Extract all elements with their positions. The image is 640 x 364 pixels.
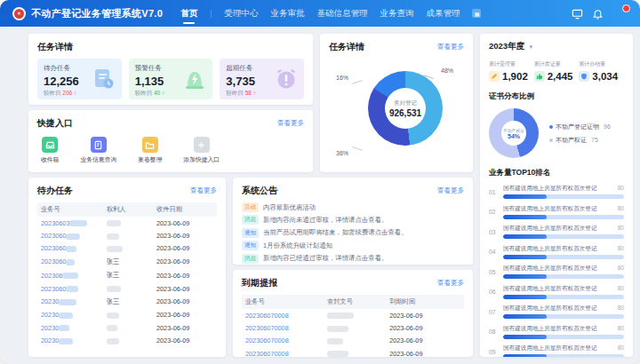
quick-entry-item-1[interactable]: 收件箱	[41, 137, 59, 164]
table-row[interactable]: 202306032023-06-09	[37, 217, 217, 229]
monitor-icon[interactable]	[572, 8, 583, 20]
table-row[interactable]: 202306张三2023-06-09	[37, 269, 217, 282]
slice-pct-label: 48%	[441, 67, 453, 74]
table-row[interactable]: 2023060700082023-06-09	[242, 347, 464, 357]
redacted-blob	[107, 286, 121, 292]
rank-row-6[interactable]: 06国有建设用地上房屋所有权首次登记80	[489, 285, 624, 299]
redacted-blob	[107, 246, 123, 252]
rank-row-3[interactable]: 03国有建设用地上房屋所有权首次登记80	[489, 225, 624, 239]
rank-row-9[interactable]: 09国有建设用地上房屋所有权首次登记80	[489, 344, 624, 357]
year-stat-2: 累计发证量2,445	[534, 60, 580, 82]
table-row[interactable]: 202302023-06-09	[37, 334, 217, 346]
todo-table-more-link[interactable]: 查看更多	[190, 186, 217, 195]
cert-ratio-title: 证书分布比例	[489, 91, 624, 102]
nav-item-2[interactable]: 受理中心	[224, 0, 258, 28]
date-cell: 2023-06-09	[389, 312, 460, 320]
announcement-text: 新增内容尚未通过审核，详情请点击查看。	[263, 216, 388, 225]
announcement-text: 内容最新优惠活动	[263, 203, 316, 212]
rank-row-2[interactable]: 02国有建设用地上房屋所有权首次登记80	[489, 205, 624, 219]
table-row[interactable]: 20230张三2023-06-09	[37, 295, 217, 308]
rank-row-8[interactable]: 08国有建设用地上房屋所有权首次登记80	[489, 325, 624, 339]
business-no-cell[interactable]: 202306070008	[245, 312, 327, 320]
due-table-more-link[interactable]: 查看更多	[437, 279, 464, 288]
year-selector[interactable]: 2023年度 ▼	[489, 41, 624, 52]
nav-item-4[interactable]: 基础信息管理	[316, 0, 367, 28]
nav-item-3[interactable]: 业务审批	[270, 0, 304, 28]
announcement-item-3[interactable]: 通知当前产品试用期即将结束，如需续费请点击查看。	[242, 228, 464, 238]
quick-entry-item-2[interactable]: 业务信息查询	[80, 137, 116, 164]
date-cell: 2023-06-09	[156, 336, 213, 344]
nav-item-1[interactable]: 首页	[180, 0, 197, 28]
table-row[interactable]: 20230602023-06-09	[37, 282, 217, 295]
business-no-cell[interactable]: 20230603	[41, 219, 107, 227]
user-avatar[interactable]	[612, 6, 628, 21]
quick-entry-label: 业务信息查询	[80, 155, 116, 164]
rank-row-5[interactable]: 05国有建设用地上房屋所有权首次登记80	[489, 265, 624, 279]
quick-entry-item-3[interactable]: 案卷整理	[138, 137, 162, 164]
holder-cell	[107, 311, 156, 319]
quick-entry-card: 快捷入口 查看更多 收件箱业务信息查询案卷整理添加快捷入口	[28, 110, 313, 172]
announcement-item-2[interactable]: 消息新增内容尚未通过审核，详情请点击查看。	[242, 215, 464, 225]
nav-item-6[interactable]: 成果管理	[426, 0, 460, 28]
cert-donut-chart[interactable]: 不动产权证 54%	[489, 108, 539, 158]
app-header: ★ 不动产登记业务管理系统V7.0 首页|受理中心业务审批基础信息管理业务查询成…	[0, 0, 640, 27]
table-row[interactable]: 202302023-06-09	[37, 321, 217, 334]
table-row[interactable]: 202302023-06-09	[37, 309, 217, 321]
app-title: 不动产登记业务管理系统V7.0	[31, 7, 163, 20]
table-row[interactable]: 2023060700082023-06-09	[242, 335, 464, 347]
business-no-cell[interactable]: 202306070008	[245, 350, 327, 357]
nav-item-5[interactable]: 业务查询	[380, 0, 413, 28]
business-no-cell[interactable]: 202306	[41, 272, 107, 280]
business-no-cell[interactable]: 202306070008	[245, 336, 327, 344]
quick-entry-more-link[interactable]: 查看更多	[277, 119, 304, 128]
business-no-cell[interactable]: 2023060	[41, 232, 107, 240]
year-label: 2023年度	[489, 41, 524, 52]
redacted-blob	[59, 325, 69, 331]
rank-row-1[interactable]: 01国有建设用地上房屋所有权首次登记80	[489, 185, 624, 199]
business-no-cell[interactable]: 2023060	[41, 285, 107, 293]
delta-number: 40 ↑	[154, 90, 164, 96]
business-no-cell[interactable]: 20230	[41, 297, 107, 305]
stat-box-2[interactable]: 预警任务1,135较昨日 40 ↑	[129, 59, 213, 99]
seal-doc-cell	[327, 312, 389, 320]
stat-box-3[interactable]: 超期任务3,735较昨日 58 ↑	[220, 59, 304, 99]
announcement-item-5[interactable]: 消息新增内容已经通过审核，详情请点击查看。	[242, 254, 464, 264]
announcements-title: 系统公告	[242, 185, 277, 197]
business-no-cell[interactable]: 2023060	[41, 257, 107, 265]
business-no-cell[interactable]: 20230	[41, 336, 107, 344]
leader-line	[352, 146, 363, 151]
announcement-text: 1月份系统升级计划通知	[263, 241, 332, 250]
rank-number: 05	[489, 269, 498, 275]
rank-bar-track	[503, 194, 624, 199]
business-no-cell[interactable]: 2023060	[41, 244, 107, 252]
table-row[interactable]: 2023060700082023-06-09	[242, 309, 464, 321]
business-no-cell[interactable]: 202306070008	[245, 324, 327, 332]
cert-donut-center: 不动产权证 54%	[501, 121, 526, 146]
table-row[interactable]: 20230602023-06-09	[37, 229, 217, 241]
quick-entry-item-4[interactable]: 添加快捷入口	[183, 137, 220, 164]
due-table-header: 业务号查封文号到期时间	[242, 295, 464, 309]
task-donut-chart[interactable]: 查封登记 926,531	[368, 71, 443, 146]
business-no-cell[interactable]: 20230	[41, 324, 107, 332]
announcement-item-4[interactable]: 通知1月份系统升级计划通知	[242, 241, 464, 250]
bell-icon[interactable]	[592, 8, 604, 20]
table-row[interactable]: 20230602023-06-09	[37, 242, 217, 255]
rank-bar-fill	[503, 295, 547, 299]
rank-row-7[interactable]: 07国有建设用地上房屋所有权首次登记80	[489, 305, 624, 319]
holder-cell	[107, 232, 156, 240]
shield-icon	[579, 71, 589, 82]
table-row[interactable]: 2023060张三2023-06-09	[37, 255, 217, 268]
rank-row-4[interactable]: 04国有建设用地上房屋所有权首次登记80	[489, 245, 624, 259]
task-stats-card: 任务详情 待办任务12,256较昨日 206 ↑预警任务1,135较昨日 40 …	[28, 34, 313, 105]
redacted-blob	[66, 233, 80, 240]
announcement-item-1[interactable]: 活动内容最新优惠活动	[242, 202, 464, 212]
stat-box-1[interactable]: 待办任务12,256较昨日 206 ↑	[37, 59, 122, 99]
cert-legend: 不动产登记证明96不动产权证75	[549, 123, 611, 145]
rank-value: 80	[618, 265, 624, 273]
nav-more-icon[interactable]: ▦	[472, 9, 481, 18]
task-chart-more-link[interactable]: 查看更多	[437, 43, 464, 51]
table-row[interactable]: 2023060700082023-06-09	[242, 321, 464, 334]
business-no-cell[interactable]: 20230	[41, 311, 107, 319]
due-table-body: 2023060700082023-06-092023060700082023-0…	[242, 309, 464, 357]
announcements-more-link[interactable]: 查看更多	[437, 186, 464, 195]
